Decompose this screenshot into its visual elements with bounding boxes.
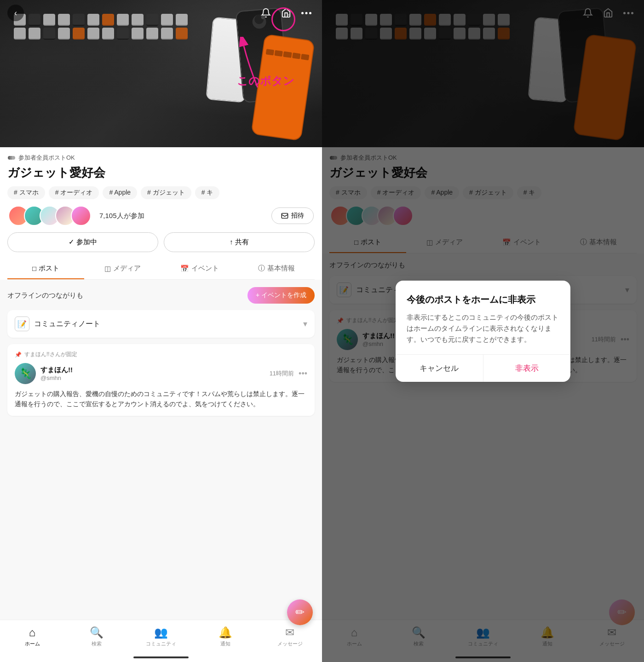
note-label: コミュニティノート: [34, 319, 100, 329]
join-button[interactable]: ✓ 参加中: [7, 232, 158, 252]
post-body: ガジェットの購入報告、愛機の自慢のためのコミュニティです！スパムや荒らしは禁止し…: [15, 389, 307, 409]
dialog-cancel-button[interactable]: キャンセル: [396, 355, 483, 382]
dialog-title: 今後のポストをホームに非表示: [407, 294, 559, 305]
community-title: ガジェット愛好会: [7, 165, 315, 181]
avatar: [71, 206, 91, 226]
tab-events[interactable]: 📅 イベント: [161, 259, 238, 279]
key: [43, 28, 55, 40]
post-header: 🦎 すまほん!! @smhn 11時間前 •••: [15, 363, 307, 384]
share-button[interactable]: ↑ 共有: [164, 232, 315, 252]
home-indicator-bar: [133, 656, 189, 658]
tab-posts-label: ポスト: [39, 264, 59, 273]
tag-audio[interactable]: # オーディオ: [49, 186, 99, 199]
post-user-info: すまほん!! @smhn: [40, 366, 265, 381]
key: [29, 28, 40, 40]
tag-apple[interactable]: # Apple: [103, 186, 137, 199]
invite-button[interactable]: 招待: [271, 207, 314, 224]
nav-notifications-label: 通知: [220, 640, 230, 647]
pin-icon: 📌: [15, 351, 22, 358]
key: [132, 28, 144, 40]
tab-events-label: イベント: [191, 264, 219, 273]
key: [146, 28, 158, 40]
more-options-btn[interactable]: [298, 5, 315, 21]
nav-search[interactable]: 🔍 検索: [64, 623, 129, 650]
tab-media[interactable]: ◫ メディア: [84, 259, 161, 279]
tab-info[interactable]: ⓘ 基本情報: [238, 259, 315, 279]
key: [176, 28, 188, 40]
offline-row: オフラインのつながりも + イベントを作成: [7, 287, 315, 304]
create-event-button[interactable]: + イベントを作成: [247, 287, 315, 304]
nav-home-label: ホーム: [25, 640, 40, 647]
key: [14, 28, 26, 40]
tag-gadget[interactable]: # ガジェット: [141, 186, 191, 199]
tab-info-icon: ⓘ: [258, 264, 265, 273]
bell-icon: 🔔: [218, 626, 232, 639]
panel-2: 参加者全員ポストOK ガジェット愛好会 # スマホ # オーディオ # Appl…: [322, 0, 644, 662]
key: [58, 28, 70, 40]
search-icon: 🔍: [90, 626, 104, 639]
notification-icon-btn[interactable]: [258, 5, 274, 21]
tabs-row: □ ポスト ◫ メディア 📅 イベント ⓘ 基本情報: [7, 259, 315, 280]
home-pin-icon-btn[interactable]: ×: [278, 5, 294, 21]
note-chevron-icon: ▾: [303, 319, 307, 329]
key: [161, 28, 173, 40]
key: [73, 28, 85, 40]
dialog-actions: キャンセル 非表示: [396, 354, 570, 382]
tab-media-icon: ◫: [104, 265, 111, 273]
nav-home[interactable]: ⌂ ホーム: [0, 623, 64, 650]
svg-point-8: [12, 156, 15, 160]
tab-info-label: 基本情報: [267, 264, 295, 273]
tags-row: # スマホ # オーディオ # Apple # ガジェット # キ: [7, 186, 315, 199]
back-button[interactable]: ‹: [7, 5, 24, 21]
dialog-confirm-button[interactable]: 非表示: [483, 355, 571, 382]
nav-messages-label: メッセージ: [277, 640, 303, 647]
post-card: 📌 すまほん!!さんが固定 🦎 すまほん!! @smhn 11時間前 ••• ガ…: [7, 344, 315, 416]
members-row: 7,105人が参加 招待: [7, 206, 315, 226]
post-username: すまほん!!: [40, 366, 265, 374]
nav-messages[interactable]: ✉ メッセージ: [258, 623, 322, 650]
post-time: 11時間前: [270, 369, 294, 378]
home-icon: ⌂: [29, 626, 36, 639]
offline-label: オフラインのつながりも: [7, 291, 83, 300]
members-count: 7,105人が参加: [99, 212, 144, 220]
post-more-icon[interactable]: •••: [299, 369, 307, 379]
note-left: 📝 コミュニティノート: [15, 317, 100, 331]
note-icon: 📝: [15, 317, 29, 331]
community-info: 参加者全員ポストOK ガジェット愛好会 # スマホ # オーディオ # Appl…: [0, 147, 322, 280]
svg-rect-9: [282, 213, 288, 219]
tab-media-label: メディア: [113, 264, 141, 273]
key: [87, 28, 99, 40]
home-indicator: [0, 653, 322, 662]
post-pinned-row: 📌 すまほん!!さんが固定: [15, 351, 307, 358]
svg-point-4: [309, 12, 311, 14]
dialog-body: 非表示にするとこのコミュニティの今後のポストはホームのタイムラインに表示されなく…: [407, 312, 559, 345]
content-area: オフラインのつながりも + イベントを作成 📝 コミュニティノート ▾ 📌 すま…: [0, 280, 322, 620]
action-buttons: ✓ 参加中 ↑ 共有: [7, 232, 315, 252]
dialog-box: 今後のポストをホームに非表示 非表示にするとこのコミュニティの今後のポストはホー…: [396, 281, 570, 382]
tag-more[interactable]: # キ: [195, 186, 220, 199]
svg-point-3: [305, 12, 308, 14]
post-handle: @smhn: [40, 374, 265, 381]
svg-point-2: [301, 12, 304, 14]
bottom-nav: ⌂ ホーム 🔍 検索 👥 コミュニティ 🔔 通知 ✉ メッセージ: [0, 620, 322, 653]
hero-image: ‹ × このボタン: [0, 0, 322, 147]
tab-events-icon: 📅: [180, 265, 189, 273]
community-badge: 参加者全員ポストOK: [7, 154, 315, 162]
dialog-overlay: 今後のポストをホームに非表示 非表示にするとこのコミュニティの今後のポストはホー…: [322, 0, 644, 662]
post-avatar[interactable]: 🦎: [15, 363, 36, 384]
hero-topbar: ‹ ×: [0, 0, 322, 26]
nav-community[interactable]: 👥 コミュニティ: [129, 623, 193, 650]
pinned-by-label: すまほん!!さんが固定: [24, 351, 77, 358]
nav-notifications[interactable]: 🔔 通知: [193, 623, 258, 650]
note-card[interactable]: 📝 コミュニティノート ▾: [7, 310, 315, 338]
nav-community-label: コミュニティ: [146, 640, 176, 647]
nav-search-label: 検索: [92, 640, 102, 647]
tab-posts[interactable]: □ ポスト: [7, 259, 84, 279]
pencil-icon: ✏: [295, 606, 305, 619]
member-avatars: [8, 206, 91, 226]
panel-1: ‹ × このボタン: [0, 0, 322, 662]
fab-compose-button[interactable]: ✏: [287, 599, 313, 625]
tab-posts-icon: □: [32, 265, 36, 272]
svg-text:×: ×: [288, 13, 290, 17]
tag-smartphone[interactable]: # スマホ: [7, 186, 45, 199]
